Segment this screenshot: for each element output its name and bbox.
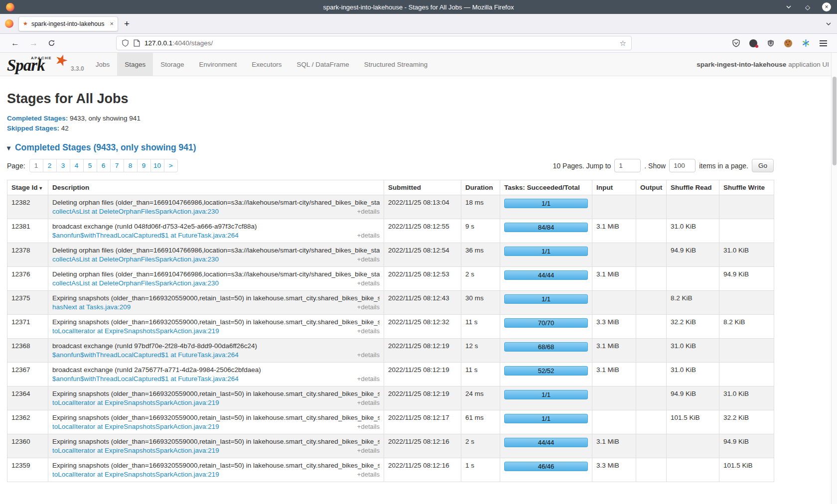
list-tabs-icon[interactable] bbox=[825, 20, 832, 27]
nav-item-environment[interactable]: Environment bbox=[192, 53, 245, 76]
cell-input bbox=[592, 291, 636, 315]
scrollbar-thumb[interactable] bbox=[833, 77, 837, 165]
stage-detail-link[interactable]: collectAsList at DeleteOrphanFilesSparkA… bbox=[52, 255, 219, 263]
page-button-5[interactable]: 5 bbox=[83, 159, 97, 172]
column-header-shuffle-read[interactable]: Shuffle Read bbox=[667, 180, 719, 195]
shield-icon[interactable] bbox=[122, 39, 129, 47]
stage-detail-link[interactable]: toLocalIterator at ExpireSnapshotsSparkA… bbox=[52, 471, 219, 478]
column-header-stage-id[interactable]: Stage Id ▾ bbox=[7, 180, 48, 195]
cookie-extension-icon[interactable] bbox=[783, 38, 793, 48]
details-toggle[interactable]: +details bbox=[357, 351, 380, 359]
stage-detail-link[interactable]: collectAsList at DeleteOrphanFilesSparkA… bbox=[52, 208, 219, 215]
cell-output bbox=[636, 410, 667, 434]
spark-logo[interactable]: APACHE Spark ★ bbox=[7, 53, 71, 76]
page-button-8[interactable]: 8 bbox=[124, 159, 138, 172]
details-toggle[interactable]: +details bbox=[357, 375, 380, 382]
column-header-input[interactable]: Input bbox=[592, 180, 636, 195]
cell-duration: 24 ms bbox=[461, 386, 500, 410]
stage-detail-link[interactable]: $anonfun$withThreadLocalCaptured$1 at Fu… bbox=[52, 351, 239, 359]
summary-label[interactable]: Skipped Stages: bbox=[7, 125, 59, 132]
ublock-icon[interactable] bbox=[766, 38, 776, 48]
stage-detail-link[interactable]: $anonfun$withThreadLocalCaptured$1 at Fu… bbox=[52, 232, 239, 239]
summary-label[interactable]: Completed Stages: bbox=[7, 115, 68, 122]
details-toggle[interactable]: +details bbox=[357, 423, 380, 430]
shield-extension-icon[interactable] bbox=[731, 38, 741, 48]
column-header-output[interactable]: Output bbox=[636, 180, 667, 195]
back-button[interactable]: ← bbox=[11, 39, 19, 47]
details-toggle[interactable]: +details bbox=[357, 208, 380, 215]
column-header-description[interactable]: Description bbox=[48, 180, 384, 195]
cell-stage-id: 12368 bbox=[7, 339, 48, 363]
stage-detail-link[interactable]: collectAsList at DeleteOrphanFilesSparkA… bbox=[52, 279, 219, 287]
details-toggle[interactable]: +details bbox=[357, 303, 380, 311]
cell-description: Expiring snapshots (older_than=166932055… bbox=[48, 315, 384, 339]
cell-duration: 36 ms bbox=[461, 243, 500, 267]
page-button-3[interactable]: 3 bbox=[56, 159, 70, 172]
column-header-duration[interactable]: Duration bbox=[461, 180, 500, 195]
details-toggle[interactable]: +details bbox=[357, 447, 380, 454]
page-content: Stages for All Jobs Completed Stages: 94… bbox=[0, 91, 837, 482]
stage-description: Deleting orphan files (older_than=166910… bbox=[52, 247, 380, 254]
stage-detail-link[interactable]: toLocalIterator at ExpireSnapshotsSparkA… bbox=[52, 447, 219, 454]
cell-stage-id: 12382 bbox=[7, 195, 48, 219]
bookmark-star-icon[interactable]: ☆ bbox=[620, 39, 626, 48]
column-header-submitted[interactable]: Submitted bbox=[384, 180, 461, 195]
nav-item-jobs[interactable]: Jobs bbox=[88, 53, 118, 76]
nav-item-stages[interactable]: Stages bbox=[117, 53, 153, 76]
scrollbar[interactable] bbox=[831, 53, 837, 504]
page-button-1[interactable]: 1 bbox=[29, 159, 43, 172]
jump-to-input[interactable] bbox=[614, 159, 641, 172]
cell-submitted: 2022/11/25 08:12:55 bbox=[384, 219, 461, 243]
asterisk-extension-icon[interactable] bbox=[801, 38, 811, 48]
page-button-10[interactable]: 10 bbox=[150, 159, 164, 172]
cell-duration: 61 ms bbox=[461, 410, 500, 434]
tab-close-icon[interactable]: × bbox=[110, 20, 114, 27]
stage-detail-link[interactable]: toLocalIterator at ExpireSnapshotsSparkA… bbox=[52, 399, 219, 406]
maximize-icon[interactable]: ◇ bbox=[803, 2, 812, 11]
stage-description: Expiring snapshots (older_than=166932055… bbox=[52, 294, 380, 302]
privacy-mask-extension-icon[interactable] bbox=[748, 38, 758, 48]
firefox-view-icon[interactable] bbox=[5, 19, 13, 28]
page-button-6[interactable]: 6 bbox=[97, 159, 111, 172]
column-header-shuffle-write[interactable]: Shuffle Write bbox=[719, 180, 774, 195]
show-count-input[interactable] bbox=[669, 159, 696, 172]
cell-shuffle-read: 101.5 KiB bbox=[667, 410, 719, 434]
nav-item-storage[interactable]: Storage bbox=[153, 53, 191, 76]
page-button-9[interactable]: 9 bbox=[137, 159, 151, 172]
page-button-4[interactable]: 4 bbox=[70, 159, 84, 172]
details-toggle[interactable]: +details bbox=[357, 232, 380, 239]
page-button-7[interactable]: 7 bbox=[110, 159, 124, 172]
nav-item-sql-dataframe[interactable]: SQL / DataFrame bbox=[289, 53, 356, 76]
details-toggle[interactable]: +details bbox=[357, 255, 380, 263]
reload-button[interactable] bbox=[48, 39, 55, 47]
browser-tab[interactable]: ★ spark-ingest-into-lakehous × bbox=[18, 16, 118, 31]
url-bar[interactable]: 127.0.0.1:4040/stages/ ☆ bbox=[116, 36, 632, 50]
go-button[interactable]: Go bbox=[752, 159, 774, 172]
nav-item-executors[interactable]: Executors bbox=[244, 53, 289, 76]
page-info-icon[interactable] bbox=[134, 39, 140, 47]
details-toggle[interactable]: +details bbox=[357, 471, 380, 478]
stage-detail-link[interactable]: toLocalIterator at ExpireSnapshotsSparkA… bbox=[52, 423, 219, 430]
forward-button[interactable]: → bbox=[29, 39, 38, 47]
cell-stage-id: 12381 bbox=[7, 219, 48, 243]
details-toggle[interactable]: +details bbox=[357, 327, 380, 335]
column-header-tasks-succeeded-total[interactable]: Tasks: Succeeded/Total bbox=[500, 180, 592, 195]
cell-description: Expiring snapshots (older_than=166932055… bbox=[48, 410, 384, 434]
minimize-icon[interactable] bbox=[784, 2, 793, 11]
stage-detail-link[interactable]: hasNext at Tasks.java:209 bbox=[52, 303, 131, 311]
stage-description: Expiring snapshots (older_than=166932055… bbox=[52, 438, 380, 445]
details-toggle[interactable]: +details bbox=[357, 279, 380, 287]
details-toggle[interactable]: +details bbox=[357, 399, 380, 406]
cell-output bbox=[636, 243, 667, 267]
page-button-2[interactable]: 2 bbox=[43, 159, 57, 172]
new-tab-button[interactable]: + bbox=[124, 18, 130, 29]
nav-item-structured-streaming[interactable]: Structured Streaming bbox=[357, 53, 435, 76]
stage-detail-link[interactable]: $anonfun$withThreadLocalCaptured$1 at Fu… bbox=[52, 375, 239, 382]
cell-tasks: 44/44 bbox=[500, 434, 592, 458]
next-page-button[interactable]: > bbox=[164, 159, 178, 172]
menu-icon[interactable] bbox=[818, 38, 828, 48]
stage-detail-link[interactable]: toLocalIterator at ExpireSnapshotsSparkA… bbox=[52, 327, 219, 335]
completed-stages-section-header[interactable]: ▾ Completed Stages (9433, only showing 9… bbox=[7, 142, 830, 153]
close-icon[interactable]: × bbox=[822, 2, 831, 11]
cell-submitted: 2022/11/25 08:12:19 bbox=[384, 363, 461, 386]
